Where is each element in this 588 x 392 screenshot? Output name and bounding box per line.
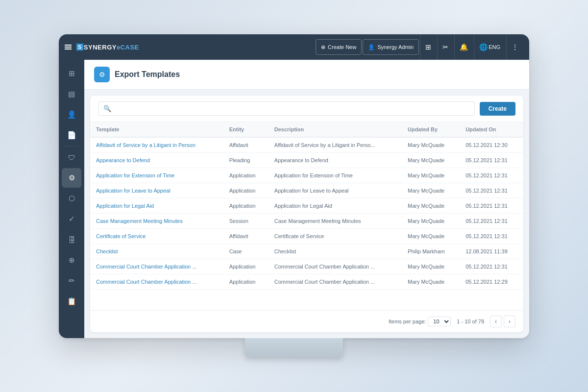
bell-icon-button[interactable]: 🔔 <box>454 34 473 60</box>
cell-entity: Pleading <box>223 153 269 168</box>
lang-label: ENG <box>489 44 500 50</box>
cell-updated-by: Mary McQuade <box>402 137 460 153</box>
cell-entity: Session <box>223 214 269 229</box>
sidebar: ⊞ ▤ 👤 📄 🛡 ⚙ ⬡ <box>59 60 84 338</box>
cell-updated-by: Mary McQuade <box>402 198 460 214</box>
next-page-button[interactable]: › <box>504 316 515 327</box>
add-icon: ⊕ <box>69 256 75 265</box>
cell-template-name[interactable]: Certificate of Service <box>90 229 223 244</box>
cell-template-name[interactable]: Application for Leave to Appeal <box>90 183 223 198</box>
cell-updated-on: 05.12.2021 12:31 <box>460 214 523 229</box>
search-bar: 🔍 Create <box>90 96 523 122</box>
sidebar-item-edit[interactable]: ✏ <box>62 271 81 291</box>
prev-page-button[interactable]: ‹ <box>490 316 502 327</box>
cell-updated-by: Mary McQuade <box>402 153 460 168</box>
cell-description: Application for Leave to Appeal <box>269 183 402 198</box>
sidebar-item-reports[interactable]: ▤ <box>62 84 81 104</box>
cell-updated-on: 05.12.2021 12:31 <box>460 259 523 274</box>
logo-synergy-text: SYNERGY <box>84 44 117 51</box>
grid-icon-button[interactable]: ⊞ <box>420 34 436 60</box>
cell-updated-on: 05.12.2021 12:31 <box>460 183 523 198</box>
cell-updated-on: 12.08.2021 11:39 <box>460 244 523 259</box>
col-header-entity: Entity <box>223 122 269 137</box>
table-header-row: Template Entity Description Updated By U… <box>90 122 523 137</box>
content-area: ⚙ Export Templates 🔍 Create <box>84 60 529 338</box>
cell-updated-by: Mary McQuade <box>402 168 460 183</box>
data-table: Template Entity Description Updated By U… <box>90 122 523 310</box>
items-per-page-label: Items per page: <box>389 318 426 324</box>
create-new-button[interactable]: ⊕ Create New <box>316 39 362 55</box>
cell-description: Appearance to Defend <box>269 153 402 168</box>
logo-s-badge: S <box>76 44 83 50</box>
sidebar-item-settings[interactable]: ⚙ <box>62 168 81 188</box>
cell-updated-by: Philip Markham <box>402 244 460 259</box>
items-per-page-select[interactable]: 5 10 25 50 <box>428 317 451 326</box>
main-layout: ⊞ ▤ 👤 📄 🛡 ⚙ ⬡ <box>59 60 529 338</box>
col-header-description: Description <box>269 122 402 137</box>
cell-updated-on: 05.12.2021 12:31 <box>460 229 523 244</box>
cell-description: Case Management Meeting Minutes <box>269 214 402 229</box>
user-menu-button[interactable]: 👤 Synergy Admin <box>363 39 419 55</box>
cell-entity: Application <box>223 274 269 290</box>
sidebar-item-database[interactable]: 🗄 <box>62 230 81 249</box>
search-input[interactable] <box>114 105 469 112</box>
sidebar-item-file[interactable]: 📋 <box>62 292 81 311</box>
table-row: Appearance to Defend Pleading Appearance… <box>90 153 523 168</box>
search-input-wrapper[interactable]: 🔍 <box>98 101 475 116</box>
cell-template-name[interactable]: Affidavit of Service by a Litigant in Pe… <box>90 137 223 153</box>
cell-description: Affidavit of Service by a Litigant in Pe… <box>269 137 402 153</box>
create-button[interactable]: Create <box>480 102 515 116</box>
cell-template-name[interactable]: Case Management Meeting Minutes <box>90 214 223 229</box>
cell-template-name[interactable]: Application for Extension of Time <box>90 168 223 183</box>
col-header-updated-on: Updated On <box>460 122 523 137</box>
cell-description: Commercial Court Chamber Application ... <box>269 259 402 274</box>
table-body: Affidavit of Service by a Litigant in Pe… <box>90 137 523 290</box>
lang-button[interactable]: 🌐 ENG <box>474 34 505 60</box>
sidebar-item-network[interactable]: ⬡ <box>62 189 81 208</box>
cell-entity: Application <box>223 259 269 274</box>
shield-icon: 🛡 <box>68 153 75 162</box>
sidebar-item-security[interactable]: 🛡 <box>62 147 81 167</box>
plus-icon: ⊕ <box>321 44 325 50</box>
sidebar-item-add[interactable]: ⊕ <box>62 250 81 270</box>
sidebar-item-tasks[interactable]: ✓ <box>62 209 81 229</box>
cell-template-name[interactable]: Appearance to Defend <box>90 153 223 168</box>
sidebar-item-users[interactable]: 👤 <box>62 105 81 124</box>
monitor-screen: S SYNERGY eCASE ⊕ Create New 👤 Synergy A… <box>59 34 529 338</box>
table-row: Commercial Court Chamber Application ...… <box>90 274 523 290</box>
sidebar-item-documents[interactable]: 📄 <box>62 125 81 145</box>
page-header-icon: ⚙ <box>94 67 110 82</box>
cell-template-name[interactable]: Commercial Court Chamber Application ... <box>90 274 223 290</box>
templates-table: Template Entity Description Updated By U… <box>90 122 523 290</box>
cell-entity: Application <box>223 183 269 198</box>
items-per-page: Items per page: 5 10 25 50 <box>389 317 451 326</box>
cell-entity: Affidavit <box>223 229 269 244</box>
cell-template-name[interactable]: Commercial Court Chamber Application ... <box>90 259 223 274</box>
cell-entity: Application <box>223 168 269 183</box>
cell-updated-on: 05.12.2021 12:31 <box>460 198 523 214</box>
sidebar-divider <box>64 146 79 147</box>
topbar: S SYNERGY eCASE ⊕ Create New 👤 Synergy A… <box>59 34 529 60</box>
col-header-template: Template <box>90 122 223 137</box>
logo-ecase-text: eCASE <box>117 44 139 51</box>
bell-icon: 🔔 <box>460 43 468 51</box>
app-logo: S SYNERGY eCASE <box>65 44 139 51</box>
cell-template-name[interactable]: Application for Legal Aid <box>90 198 223 214</box>
cell-updated-on: 05.12.2021 12:31 <box>460 168 523 183</box>
cell-template-name[interactable]: Checklist <box>90 244 223 259</box>
more-options-button[interactable]: ⋮ <box>506 34 523 60</box>
cell-description: Certificate of Service <box>269 229 402 244</box>
tasks-icon: ✓ <box>69 215 75 223</box>
tools-icon-button[interactable]: ✂ <box>437 34 453 60</box>
cell-entity: Affidavit <box>223 137 269 153</box>
file-icon: 📋 <box>67 297 76 306</box>
page-title: Export Templates <box>115 70 180 79</box>
logo-bars <box>65 45 72 49</box>
database-icon: 🗄 <box>68 236 75 244</box>
lang-icon: 🌐 <box>479 43 488 51</box>
cell-description: Checklist <box>269 244 402 259</box>
page-header: ⚙ Export Templates <box>84 60 529 90</box>
users-icon: 👤 <box>67 110 76 119</box>
sidebar-item-dashboard[interactable]: ⊞ <box>62 64 81 83</box>
cell-description: Application for Legal Aid <box>269 198 402 214</box>
